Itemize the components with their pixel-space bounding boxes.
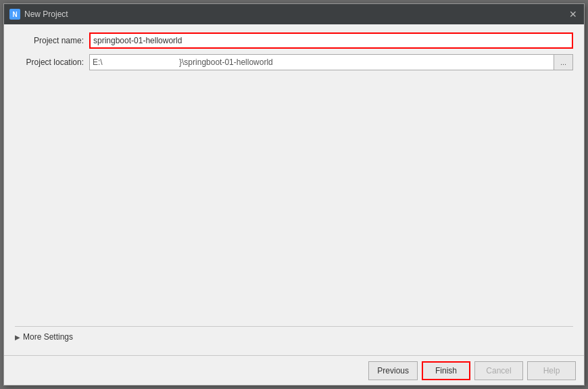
browse-button[interactable]: ... — [554, 54, 573, 70]
more-settings-label: More Settings — [23, 332, 73, 342]
close-button[interactable]: ✕ — [568, 9, 579, 20]
location-input-wrapper: ... — [89, 54, 573, 70]
project-location-label: Project location: — [15, 58, 89, 67]
previous-button[interactable]: Previous — [368, 361, 418, 380]
project-name-label: Project name: — [15, 36, 89, 45]
dialog-footer: Previous Finish Cancel Help — [4, 355, 584, 385]
dialog-title: New Project — [24, 9, 68, 19]
more-settings-row[interactable]: ▶ More Settings — [15, 326, 573, 347]
help-button[interactable]: Help — [527, 361, 576, 380]
project-location-row: Project location: ... — [15, 54, 573, 70]
title-bar-left: N New Project — [9, 9, 68, 20]
dialog-body: Project name: Project location: ... ▶ Mo… — [4, 24, 584, 355]
more-settings-chevron-icon: ▶ — [15, 334, 20, 341]
project-name-input[interactable] — [89, 32, 573, 49]
title-bar: N New Project ✕ — [4, 4, 584, 24]
dialog-icon: N — [9, 9, 20, 20]
finish-button[interactable]: Finish — [422, 361, 470, 380]
project-name-row: Project name: — [15, 32, 573, 49]
project-location-input[interactable] — [89, 54, 554, 70]
cancel-button[interactable]: Cancel — [474, 361, 523, 380]
body-spacer — [15, 76, 573, 326]
new-project-dialog: N New Project ✕ Project name: Project lo… — [3, 3, 585, 386]
